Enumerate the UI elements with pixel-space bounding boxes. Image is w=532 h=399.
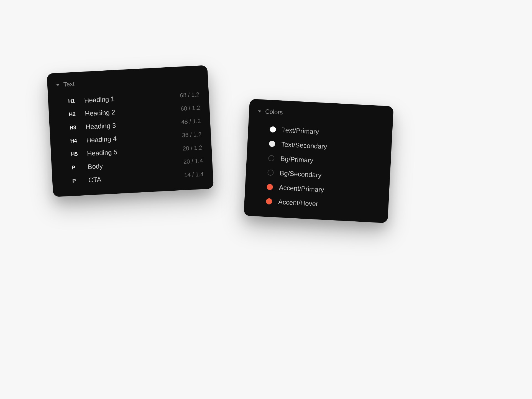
color-styles-panel: Colors Text/Primary Text/Secondary Bg/Pr… [244,99,393,223]
color-swatch-icon [267,184,273,190]
text-styles-panel: Text H1 Heading 1 68 / 1.2 H2 Heading 2 … [47,65,214,197]
colors-panel-title: Colors [265,108,283,116]
text-style-label: CTA [88,172,178,184]
text-style-label: Heading 4 [86,132,176,144]
color-swatch-icon [270,126,276,133]
text-style-label: Heading 5 [87,145,177,157]
text-style-meta: 20 / 1.2 [183,144,202,152]
text-style-label: Body [88,158,178,171]
color-style-label: Text/Primary [282,126,319,136]
text-style-tag: H3 [70,124,80,131]
text-style-meta: 14 / 1.4 [184,171,204,178]
text-panel-title: Text [63,80,75,88]
text-style-tag: H2 [69,111,79,118]
text-style-label: Heading 1 [84,92,174,104]
chevron-down-icon [56,84,60,86]
color-swatch-icon [268,155,275,161]
text-panel-header[interactable]: Text [55,74,199,89]
color-swatch-icon [267,169,274,176]
color-style-label: Text/Secondary [281,140,327,151]
text-style-meta: 48 / 1.2 [181,118,201,126]
color-style-label: Accent/Primary [279,184,324,194]
text-style-meta: 20 / 1.4 [183,157,203,165]
color-swatch-icon [266,198,272,204]
text-style-meta: 36 / 1.2 [182,131,201,139]
text-style-tag: P [71,164,82,171]
text-style-label: Heading 3 [85,118,175,131]
color-style-label: Accent/Hover [278,198,318,208]
colors-panel-header[interactable]: Colors [257,108,384,121]
text-style-meta: 68 / 1.2 [180,91,200,99]
color-swatch-icon [269,141,275,147]
text-style-tag: H1 [68,98,78,104]
text-style-tag: P [72,177,83,184]
text-style-label: Heading 2 [85,105,175,118]
text-style-tag: H4 [70,138,80,144]
color-style-label: Bg/Primary [280,155,314,164]
text-style-tag: H5 [71,151,81,157]
color-style-label: Bg/Secondary [280,169,322,179]
text-style-meta: 60 / 1.2 [180,104,200,112]
chevron-down-icon [258,110,261,112]
